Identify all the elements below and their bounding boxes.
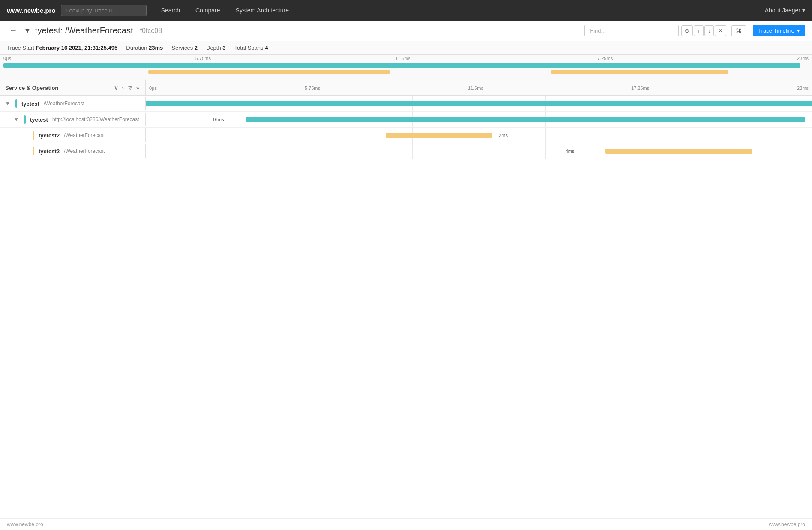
trace-view-label: Trace Timeline: [758, 27, 794, 34]
span-label: tyetest2 /WeatherForecast: [0, 144, 146, 158]
collapse-all-icon[interactable]: ⩔: [126, 84, 134, 92]
span-color-indicator: [33, 131, 34, 140]
service-operation-column-header: Service & Operation ∨ › ⩔ »: [0, 80, 146, 95]
span-color-indicator: [24, 115, 26, 124]
nav-system-architecture-link[interactable]: System Architecture: [228, 0, 297, 21]
minimap-time-1: 5.75ms: [195, 56, 211, 61]
span-toggle[interactable]: ▼: [14, 116, 20, 122]
span-bar: [146, 101, 812, 106]
span-duration-label: 16ms: [213, 117, 224, 122]
span-color-indicator: [15, 99, 17, 108]
keyboard-shortcut-btn[interactable]: ⌘: [731, 25, 746, 36]
spans-body: ▼ tyetest /WeatherForecast ▼ tyetest htt…: [0, 96, 812, 159]
tl-time-2: 11.5ms: [468, 86, 483, 91]
find-controls: ⊙ ↑ ↓ ✕: [681, 25, 726, 36]
collapse-down-icon[interactable]: ∨: [113, 84, 119, 92]
trace-start: Trace Start February 16 2021, 21:31:25.4…: [7, 45, 117, 51]
trace-meta: Trace Start February 16 2021, 21:31:25.4…: [0, 41, 812, 55]
trace-id: f0fcc08: [140, 27, 162, 35]
find-options-btn[interactable]: ⊙: [681, 25, 693, 36]
trace-view-select[interactable]: Trace Timeline ▾: [753, 25, 805, 36]
back-button[interactable]: ←: [7, 25, 20, 36]
span-bar: [605, 149, 752, 154]
grid-line: [679, 128, 679, 143]
trace-duration: Duration 23ms: [126, 45, 163, 51]
minimap-time-3: 17.25ms: [595, 56, 613, 61]
grid-line: [279, 143, 279, 159]
span-duration-label: 4ms: [566, 149, 575, 154]
minimap-bars: [3, 62, 809, 80]
span-service-name: tyetest2: [39, 132, 60, 139]
span-operation: http://localhost:3286/WeatherForecast: [52, 116, 139, 122]
trace-expand-chevron[interactable]: ▼: [24, 27, 31, 35]
span-timeline: 16ms: [146, 112, 812, 127]
span-bar: [246, 117, 805, 122]
grid-line: [545, 128, 546, 143]
minimap-time-2: 11.5ms: [395, 56, 410, 61]
span-row: tyetest2 /WeatherForecast 4ms: [0, 143, 812, 159]
span-row: tyetest2 /WeatherForecast 2ms: [0, 128, 812, 143]
about-jaeger-label: About Jaeger: [765, 7, 800, 14]
trace-view-chevron: ▾: [797, 27, 800, 34]
expand-all-icon[interactable]: »: [135, 84, 140, 92]
timeline-column-header: 0μs 5.75ms 11.5ms 17.25ms 23ms: [146, 82, 812, 94]
span-row: ▼ tyetest /WeatherForecast: [0, 96, 812, 112]
span-label: ▼ tyetest http://localhost:3286/WeatherF…: [0, 113, 146, 126]
span-timeline: [146, 96, 812, 111]
tl-time-3: 17.25ms: [631, 86, 649, 91]
find-next-btn[interactable]: ↓: [704, 25, 714, 36]
trace-minimap[interactable]: 0μs 5.75ms 11.5ms 17.25ms 23ms: [0, 55, 812, 80]
tl-time-1: 5.75ms: [305, 86, 320, 91]
service-operation-label: Service & Operation: [5, 85, 58, 91]
span-color-indicator: [33, 147, 34, 155]
minimap-bar-4: [551, 70, 728, 74]
find-clear-btn[interactable]: ✕: [715, 25, 726, 36]
nav-links: Search Compare System Architecture: [153, 0, 765, 21]
span-duration-label: 2ms: [499, 133, 508, 138]
top-navigation: www.newbe.pro Search Compare System Arch…: [0, 0, 812, 21]
span-row: ▼ tyetest http://localhost:3286/WeatherF…: [0, 112, 812, 128]
nav-search-link[interactable]: Search: [153, 0, 188, 21]
trace-title: tyetest: /WeatherForecast: [35, 26, 133, 36]
trace-services: Services 2: [171, 45, 198, 51]
minimap-bar-2: [285, 63, 801, 68]
span-service-name: tyetest2: [39, 148, 60, 155]
tl-time-4: 23ms: [797, 86, 809, 91]
collapse-controls: ∨ › ⩔ »: [113, 84, 140, 92]
trace-find-area: ⊙ ↑ ↓ ✕ ⌘ Trace Timeline ▾: [584, 25, 805, 36]
span-timeline: 2ms: [146, 128, 812, 143]
span-operation: /WeatherForecast: [64, 148, 105, 154]
expand-right-icon[interactable]: ›: [121, 84, 124, 92]
trace-total-spans: Total Spans 4: [234, 45, 268, 51]
minimap-time-0: 0μs: [3, 56, 11, 61]
span-operation: /WeatherForecast: [44, 101, 84, 107]
trace-depth: Depth 3: [206, 45, 226, 51]
span-timeline: 4ms: [146, 143, 812, 159]
tl-time-0: 0μs: [149, 86, 157, 91]
trace-id-lookup-input[interactable]: [61, 5, 147, 16]
span-operation: /WeatherForecast: [64, 132, 105, 138]
minimap-bar-3: [148, 70, 390, 74]
grid-line: [279, 128, 279, 143]
span-bar: [386, 133, 492, 138]
find-prev-btn[interactable]: ↑: [694, 25, 704, 36]
span-toggle[interactable]: ▼: [5, 101, 11, 107]
grid-line: [412, 143, 413, 159]
about-jaeger-menu[interactable]: About Jaeger ▾: [765, 7, 805, 14]
find-input[interactable]: [584, 25, 679, 36]
span-label: ▼ tyetest /WeatherForecast: [0, 97, 146, 110]
span-label: tyetest2 /WeatherForecast: [0, 128, 146, 142]
minimap-time-labels: 0μs 5.75ms 11.5ms 17.25ms 23ms: [0, 55, 812, 62]
about-jaeger-chevron: ▾: [802, 7, 805, 14]
brand-logo: www.newbe.pro: [7, 7, 56, 14]
span-service-name: tyetest: [30, 116, 48, 123]
minimap-time-4: 23ms: [797, 56, 809, 61]
trace-header: ← ▼ tyetest: /WeatherForecast f0fcc08 ⊙ …: [0, 21, 812, 41]
span-service-name: tyetest: [21, 101, 39, 107]
column-headers: Service & Operation ∨ › ⩔ » 0μs 5.75ms 1…: [0, 80, 812, 96]
nav-compare-link[interactable]: Compare: [188, 0, 228, 21]
grid-line: [545, 143, 546, 159]
